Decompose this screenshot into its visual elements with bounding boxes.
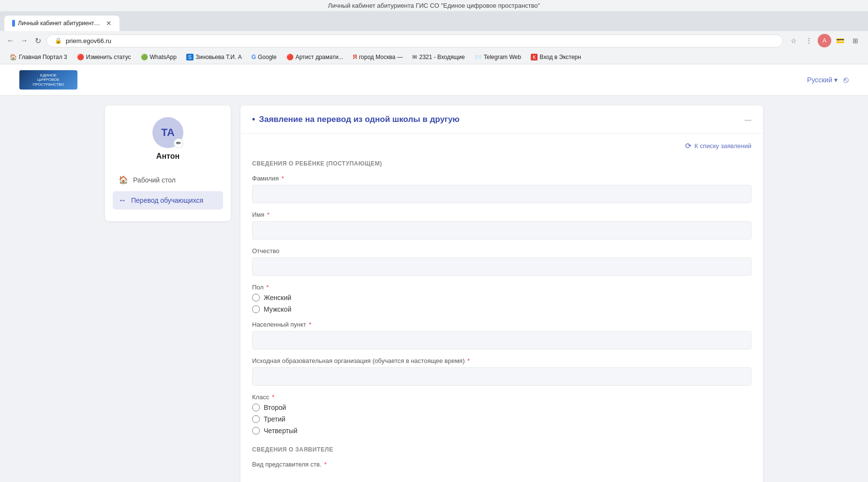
class-fourth-option[interactable]: Четвертый xyxy=(252,427,751,435)
bookmark-status[interactable]: 🔴 Изменить статус xyxy=(73,52,135,62)
middlename-group: Отчество xyxy=(252,247,751,276)
firstname-input[interactable] xyxy=(252,221,751,240)
transfer-icon: ↔ xyxy=(119,196,126,205)
sidebar: ТА ✏ Антон 🏠 Рабочий стол ↔ Перевод обуч… xyxy=(105,105,231,482)
middlename-input[interactable] xyxy=(252,257,751,276)
bookmark-star-button[interactable]: ☆ xyxy=(787,34,800,47)
class-label: Класс * xyxy=(252,393,751,401)
language-selector[interactable]: Русский ▾ xyxy=(807,76,838,84)
bookmark-zinovieva-icon: S xyxy=(186,54,194,60)
gender-label: Пол * xyxy=(252,284,751,291)
lang-label: Русский xyxy=(807,76,832,84)
class-radio-group: Второй Третий Четвертый xyxy=(252,404,751,435)
page-wrapper: ЕДИНОЕЦИФРОВОЕПРОСТРАНСТВО Русский ▾ ⎋ Т… xyxy=(0,64,868,482)
menu-button[interactable]: ⋮ xyxy=(802,34,816,47)
bookmark-mail-label: 2321 - Входящие xyxy=(419,54,464,60)
logo-area: ЕДИНОЕЦИФРОВОЕПРОСТРАНСТВО xyxy=(19,70,77,90)
bookmark-mail[interactable]: ✉ 2321 - Входящие xyxy=(408,52,468,62)
bookmark-extern-icon: К xyxy=(531,54,538,60)
class-third-label: Третий xyxy=(264,415,285,423)
firstname-label: Имя * xyxy=(252,211,751,218)
bookmark-google-label: Google xyxy=(258,54,277,60)
bookmark-home-label: Главная Портал 3 xyxy=(19,54,67,60)
collapse-icon[interactable]: — xyxy=(745,116,751,123)
gender-radio-group: Женский Мужской xyxy=(252,294,751,313)
city-required-marker: * xyxy=(309,321,311,328)
lastname-group: Фамилия * xyxy=(252,175,751,203)
lastname-required-marker: * xyxy=(282,175,284,182)
back-to-list-button[interactable]: ⟳ К списку заявлений xyxy=(252,141,751,151)
source-school-required-marker: * xyxy=(467,357,470,364)
back-button[interactable]: ← xyxy=(6,36,15,45)
bookmark-telegram[interactable]: 📨 Telegram Web xyxy=(471,52,525,62)
bookmark-zinovieva[interactable]: S Зиновьева Т.И. А xyxy=(182,52,246,62)
profile-icon[interactable]: А xyxy=(818,34,831,47)
header-right: Русский ▾ ⎋ xyxy=(807,75,849,85)
bookmark-google[interactable]: G Google xyxy=(248,52,281,62)
main-layout: ТА ✏ Антон 🏠 Рабочий стол ↔ Перевод обуч… xyxy=(95,96,773,482)
bookmark-artist[interactable]: 🔴 Артист драмати... xyxy=(283,52,347,62)
sidebar-item-transfer[interactable]: ↔ Перевод обучающихся xyxy=(113,191,223,210)
city-input[interactable] xyxy=(252,331,751,349)
content-area: • Заявление на перевод из одной школы в … xyxy=(240,105,763,482)
address-bar[interactable]: 🔒 priem.egov66.ru xyxy=(46,34,783,47)
class-required-marker: * xyxy=(272,393,274,401)
lastname-label: Фамилия * xyxy=(252,175,751,182)
source-school-input[interactable] xyxy=(252,367,751,386)
class-third-option[interactable]: Третий xyxy=(252,415,751,423)
gender-male-radio[interactable] xyxy=(252,305,260,313)
forward-button[interactable]: → xyxy=(19,36,29,45)
lock-icon: 🔒 xyxy=(55,37,62,44)
site-logo: ЕДИНОЕЦИФРОВОЕПРОСТРАНСТВО xyxy=(19,70,77,90)
bookmark-home[interactable]: 🏠 Главная Портал 3 xyxy=(6,52,71,62)
tab-close-button[interactable]: ✕ xyxy=(106,19,112,27)
city-group: Населенный пункт * xyxy=(252,321,751,349)
card-header: • Заявление на перевод из одной школы в … xyxy=(240,105,763,134)
logout-button[interactable]: ⎋ xyxy=(843,75,849,85)
bookmark-whatsapp[interactable]: 🟢 WhatsApp xyxy=(137,52,180,62)
gender-female-radio[interactable] xyxy=(252,294,260,301)
bookmark-telegram-label: Telegram Web xyxy=(484,54,521,60)
user-name: Антон xyxy=(156,152,180,161)
avatar-area: ТА ✏ Антон xyxy=(113,117,223,161)
applicant-type-label: Вид представителя ств. * xyxy=(252,461,751,468)
bookmark-extern[interactable]: К Вход в Экстерн xyxy=(527,52,585,62)
bookmark-moscow-label: город Москва — xyxy=(359,54,403,60)
gender-male-option[interactable]: Мужской xyxy=(252,305,751,313)
gender-female-option[interactable]: Женский xyxy=(252,294,751,301)
bookmark-extern-label: Вход в Экстерн xyxy=(539,54,581,60)
bookmarks-bar: 🏠 Главная Портал 3 🔴 Изменить статус 🟢 W… xyxy=(0,50,868,64)
gender-male-label: Мужской xyxy=(264,305,291,313)
content-card: • Заявление на перевод из одной школы в … xyxy=(240,105,763,482)
bookmark-moscow[interactable]: Я город Москва — xyxy=(349,52,406,62)
bookmark-whatsapp-label: WhatsApp xyxy=(150,54,177,60)
bookmark-artist-label: Артист драмати... xyxy=(296,54,344,60)
bookmark-artist-icon: 🔴 xyxy=(286,54,294,60)
gender-group: Пол * Женский Мужской xyxy=(252,284,751,313)
firstname-required-marker: * xyxy=(267,211,269,218)
bookmark-home-icon: 🏠 xyxy=(10,54,17,60)
wallet-icon[interactable]: 💳 xyxy=(833,34,847,47)
section2-title: СВЕДЕНИЯ О ЗАЯВИТЕЛЕ xyxy=(252,446,751,453)
applicant-type-group: Вид представителя ств. * xyxy=(252,461,751,468)
bookmark-zinovieva-label: Зиновьева Т.И. А xyxy=(195,54,241,60)
class-fourth-radio[interactable] xyxy=(252,427,260,435)
title-dot-icon: • xyxy=(252,114,255,124)
avatar-edit-icon[interactable]: ✏ xyxy=(174,138,183,148)
lastname-input[interactable] xyxy=(252,185,751,203)
page-title: Заявление на перевод из одной школы в др… xyxy=(259,115,460,124)
apps-icon[interactable]: ⊞ xyxy=(849,34,862,47)
class-second-radio[interactable] xyxy=(252,404,260,411)
class-second-option[interactable]: Второй xyxy=(252,404,751,411)
browser-actions: ☆ ⋮ А 💳 ⊞ xyxy=(787,34,862,47)
tab-title: Личный кабинет абитуриента ГИС СО «Едино… xyxy=(18,20,103,27)
window-title: Личный кабинет абитуриента ГИС СО "Едино… xyxy=(0,0,868,11)
active-tab[interactable]: Личный кабинет абитуриента ГИС СО «Едино… xyxy=(4,15,120,31)
reload-button[interactable]: ↻ xyxy=(33,36,43,45)
bookmark-google-icon: G xyxy=(252,54,256,60)
card-title: • Заявление на перевод из одной школы в … xyxy=(252,114,460,124)
class-second-label: Второй xyxy=(264,404,286,411)
sidebar-item-dashboard[interactable]: 🏠 Рабочий стол xyxy=(113,170,223,189)
site-header: ЕДИНОЕЦИФРОВОЕПРОСТРАНСТВО Русский ▾ ⎋ xyxy=(0,64,868,96)
class-third-radio[interactable] xyxy=(252,415,260,423)
